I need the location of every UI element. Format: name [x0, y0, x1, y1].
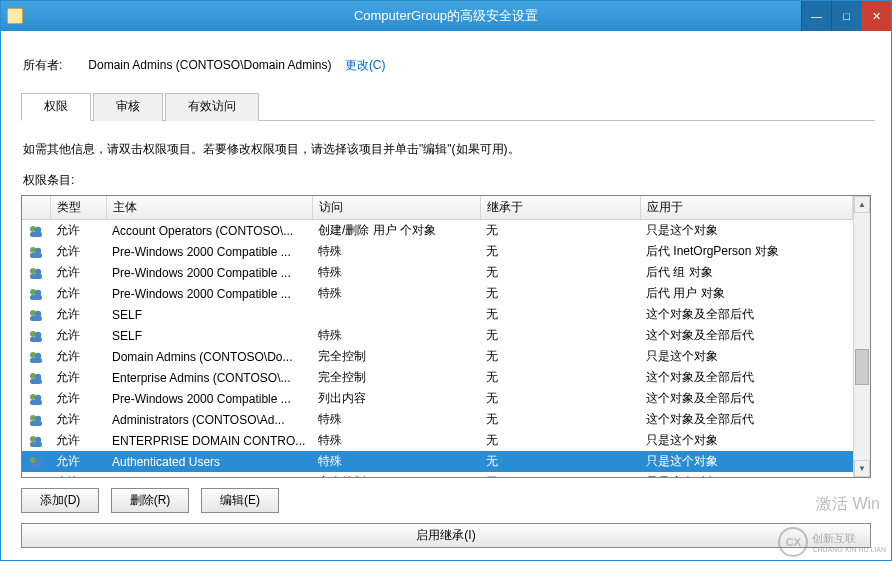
cell-applies: 这个对象及全部后代 [640, 325, 853, 346]
cell-access: 特殊 [312, 325, 480, 346]
svg-rect-35 [30, 463, 42, 468]
col-access[interactable]: 访问 [312, 196, 480, 220]
remove-button[interactable]: 删除(R) [111, 488, 189, 513]
table-row[interactable]: 允许SELF无这个对象及全部后代 [22, 304, 853, 325]
owner-label: 所有者: [23, 57, 85, 74]
cell-principal: Pre-Windows 2000 Compatible ... [106, 388, 312, 409]
cell-type: 允许 [50, 220, 106, 242]
cell-access: 特殊 [312, 430, 480, 451]
cell-type: 允许 [50, 409, 106, 430]
scroll-track[interactable] [854, 213, 870, 460]
cell-applies: 只是这个对象 [640, 346, 853, 367]
cell-access [312, 304, 480, 325]
edit-button[interactable]: 编辑(E) [201, 488, 279, 513]
group-icon [28, 265, 44, 281]
cell-inherited: 无 [480, 451, 640, 472]
info-text: 如需其他信息，请双击权限项目。若要修改权限项目，请选择该项目并单击"编辑"(如果… [17, 121, 875, 172]
maximize-button[interactable]: □ [831, 1, 861, 31]
cell-access: 完全控制 [312, 346, 480, 367]
tabs: 权限 审核 有效访问 [21, 92, 875, 121]
cell-principal: Enterprise Admins (CONTOSO\... [106, 367, 312, 388]
table-row[interactable]: 允许Domain Admins (CONTOSO\Do...完全控制无只是这个对… [22, 346, 853, 367]
group-icon [28, 223, 44, 239]
table-row[interactable]: 允许SYSTEM完全控制无只是这个对象 [22, 472, 853, 477]
cell-type: 允许 [50, 304, 106, 325]
group-icon [28, 475, 44, 478]
enable-inherit-button[interactable]: 启用继承(I) [21, 523, 871, 548]
svg-rect-2 [30, 232, 42, 237]
table-header-row: 类型 主体 访问 继承于 应用于 [22, 196, 853, 220]
col-icon[interactable] [22, 196, 50, 220]
cell-access: 完全控制 [312, 472, 480, 477]
cell-type: 允许 [50, 346, 106, 367]
table-row[interactable]: 允许Administrators (CONTOSO\Ad...特殊无这个对象及全… [22, 409, 853, 430]
svg-rect-32 [30, 442, 42, 447]
tab-auditing[interactable]: 审核 [93, 93, 163, 121]
window-title: ComputerGroup的高级安全设置 [354, 7, 538, 25]
svg-rect-11 [30, 295, 42, 300]
cell-principal: Account Operators (CONTOSO\... [106, 220, 312, 242]
vertical-scrollbar[interactable]: ▲ ▼ [853, 196, 870, 477]
svg-rect-5 [30, 253, 42, 258]
cell-applies: 这个对象及全部后代 [640, 304, 853, 325]
cell-inherited: 无 [480, 262, 640, 283]
cell-inherited: 无 [480, 283, 640, 304]
group-icon [28, 307, 44, 323]
group-icon [28, 391, 44, 407]
cell-type: 允许 [50, 283, 106, 304]
cell-access: 特殊 [312, 409, 480, 430]
group-icon [28, 433, 44, 449]
table-row[interactable]: 允许Enterprise Admins (CONTOSO\...完全控制无这个对… [22, 367, 853, 388]
permissions-table: 类型 主体 访问 继承于 应用于 允许Account Operators (CO… [22, 196, 853, 477]
cell-applies: 后代 用户 对象 [640, 283, 853, 304]
scroll-up-arrow[interactable]: ▲ [854, 196, 870, 213]
add-button[interactable]: 添加(D) [21, 488, 99, 513]
cell-type: 允许 [50, 325, 106, 346]
group-icon [28, 286, 44, 302]
tab-permissions[interactable]: 权限 [21, 93, 91, 121]
col-applies[interactable]: 应用于 [640, 196, 853, 220]
cell-type: 允许 [50, 262, 106, 283]
svg-rect-20 [30, 358, 42, 363]
cell-type: 允许 [50, 367, 106, 388]
content-area: 所有者: Domain Admins (CONTOSO\Domain Admin… [1, 31, 891, 560]
cell-applies: 这个对象及全部后代 [640, 388, 853, 409]
cell-inherited: 无 [480, 241, 640, 262]
table-row[interactable]: 允许Pre-Windows 2000 Compatible ...列出内容无这个… [22, 388, 853, 409]
cell-principal: Domain Admins (CONTOSO\Do... [106, 346, 312, 367]
table-row[interactable]: 允许SELF特殊无这个对象及全部后代 [22, 325, 853, 346]
table-row[interactable]: 允许ENTERPRISE DOMAIN CONTRO...特殊无只是这个对象 [22, 430, 853, 451]
minimize-button[interactable]: — [801, 1, 831, 31]
titlebar[interactable]: ComputerGroup的高级安全设置 — □ ✕ [1, 1, 891, 31]
table-row[interactable]: 允许Pre-Windows 2000 Compatible ...特殊无后代 I… [22, 241, 853, 262]
entries-label: 权限条目: [17, 172, 875, 193]
cell-type: 允许 [50, 472, 106, 477]
table-row[interactable]: 允许Pre-Windows 2000 Compatible ...特殊无后代 组… [22, 262, 853, 283]
cell-principal: SELF [106, 304, 312, 325]
cell-inherited: 无 [480, 220, 640, 242]
table-row[interactable]: 允许Pre-Windows 2000 Compatible ...特殊无后代 用… [22, 283, 853, 304]
col-principal[interactable]: 主体 [106, 196, 312, 220]
scroll-down-arrow[interactable]: ▼ [854, 460, 870, 477]
col-inherited[interactable]: 继承于 [480, 196, 640, 220]
change-owner-link[interactable]: 更改(C) [345, 58, 386, 72]
group-icon [28, 244, 44, 260]
table-row[interactable]: 允许Authenticated Users特殊无只是这个对象 [22, 451, 853, 472]
tab-effective-access[interactable]: 有效访问 [165, 93, 259, 121]
group-icon [28, 370, 44, 386]
cell-access: 列出内容 [312, 388, 480, 409]
table-row[interactable]: 允许Account Operators (CONTOSO\...创建/删除 用户… [22, 220, 853, 242]
cell-access: 特殊 [312, 241, 480, 262]
cell-principal: SYSTEM [106, 472, 312, 477]
cell-principal: Pre-Windows 2000 Compatible ... [106, 241, 312, 262]
cell-principal: Pre-Windows 2000 Compatible ... [106, 262, 312, 283]
buttons-row: 添加(D) 删除(R) 编辑(E) [17, 478, 875, 519]
col-type[interactable]: 类型 [50, 196, 106, 220]
cell-inherited: 无 [480, 367, 640, 388]
cell-type: 允许 [50, 241, 106, 262]
cell-principal: Pre-Windows 2000 Compatible ... [106, 283, 312, 304]
buttons-row2: 启用继承(I) [17, 519, 875, 554]
close-button[interactable]: ✕ [861, 1, 891, 31]
scroll-thumb[interactable] [855, 349, 869, 385]
cell-inherited: 无 [480, 472, 640, 477]
